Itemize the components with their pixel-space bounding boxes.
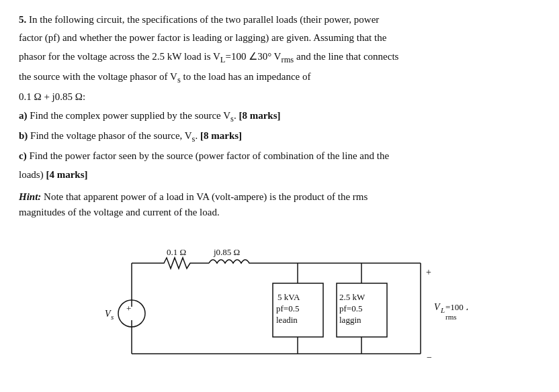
part-c1: c) Find the power factor seen by the sou… xyxy=(19,148,540,164)
problem-line3: phasor for the voltage across the 2.5 kW… xyxy=(19,49,540,66)
problem-text: 5. In the following circuit, the specifi… xyxy=(19,12,540,183)
hint-section: Hint: Note that apparent power of a load… xyxy=(19,189,540,221)
problem-line5: 0.1 Ω + j0.85 Ω: xyxy=(19,89,540,105)
svg-text:j0.85 Ω: j0.85 Ω xyxy=(213,247,240,257)
svg-text:+: + xyxy=(126,303,131,313)
circuit-svg: + V s 5 kVA pf=0.5 leadin xyxy=(91,230,468,384)
svg-text:V: V xyxy=(434,302,441,312)
svg-text:+: + xyxy=(426,267,431,277)
svg-text:pf=0.5: pf=0.5 xyxy=(339,303,362,313)
circuit-area: + V s 5 kVA pf=0.5 leadin xyxy=(19,230,540,384)
part-a: a) Find the complex power supplied by th… xyxy=(19,108,540,126)
problem-line4: the source with the voltage phasor of Vs… xyxy=(19,69,540,87)
svg-text:rms: rms xyxy=(445,313,457,321)
part-b: b) Find the voltage phasor of the source… xyxy=(19,128,540,146)
svg-text:5 kVA: 5 kVA xyxy=(277,292,300,302)
svg-text:L: L xyxy=(440,306,445,314)
svg-text:2.5 kW: 2.5 kW xyxy=(339,292,366,302)
svg-text:s: s xyxy=(111,313,114,321)
circuit-diagram: + V s 5 kVA pf=0.5 leadin xyxy=(91,230,468,384)
problem-container: 5. In the following circuit, the specifi… xyxy=(19,12,540,384)
svg-text:laggin: laggin xyxy=(339,315,361,325)
part-c2: loads) [4 marks] xyxy=(19,167,540,183)
problem-line1: 5. In the following circuit, the specifi… xyxy=(19,12,540,28)
hint-line2: magnitudes of the voltage and current of… xyxy=(19,205,540,220)
svg-text:0.1 Ω: 0.1 Ω xyxy=(167,247,186,257)
svg-text:−: − xyxy=(427,352,432,362)
svg-text:=100 ∠30° V: =100 ∠30° V xyxy=(445,302,468,312)
problem-number: 5. xyxy=(19,14,26,25)
svg-text:leadin: leadin xyxy=(276,315,298,325)
hint-line1: Hint: Note that apparent power of a load… xyxy=(19,189,540,205)
problem-line2: factor (pf) and whether the power factor… xyxy=(19,30,540,46)
hint-title: Hint: xyxy=(19,191,41,202)
svg-text:pf=0.5: pf=0.5 xyxy=(276,303,299,313)
